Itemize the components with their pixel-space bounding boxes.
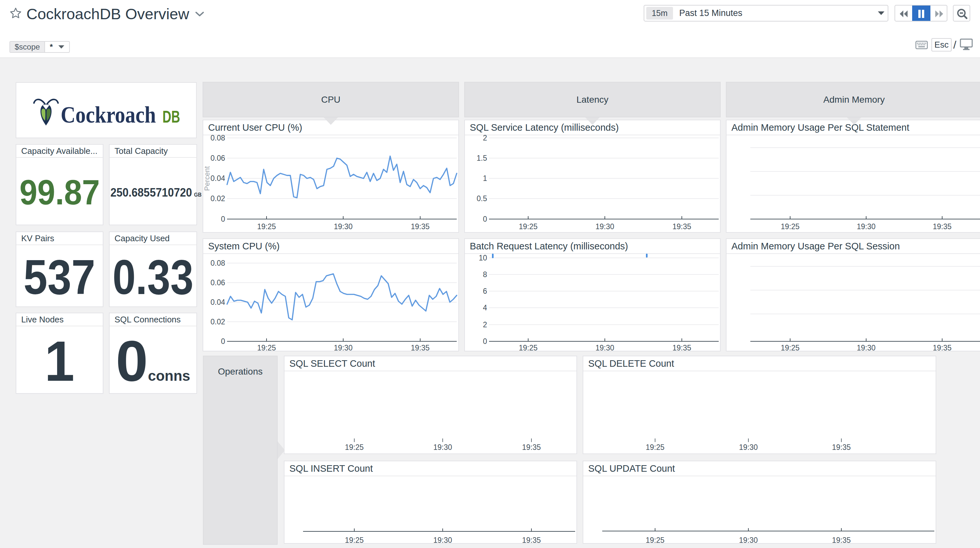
svg-text:0.5: 0.5 [477,194,487,203]
svg-text:19:25: 19:25 [519,222,538,231]
svg-text:0: 0 [483,337,487,346]
svg-text:19:30: 19:30 [595,222,614,231]
svg-text:19:30: 19:30 [334,344,353,352]
svg-text:19:30: 19:30 [334,222,353,231]
svg-text:19:35: 19:35 [672,344,691,352]
svg-text:10: 10 [479,254,487,262]
svg-text:1: 1 [483,174,487,183]
svg-text:19:30: 19:30 [857,222,876,231]
svg-text:19:25: 19:25 [781,222,800,231]
svg-text:0.02: 0.02 [210,194,225,203]
svg-text:19:35: 19:35 [832,443,851,451]
svg-text:19:30: 19:30 [433,443,452,451]
svg-text:0.06: 0.06 [210,154,225,162]
svg-text:2: 2 [483,133,487,142]
svg-text:19:25: 19:25 [345,536,364,545]
svg-text:19:25: 19:25 [646,443,665,451]
svg-text:19:30: 19:30 [739,536,758,545]
svg-text:8: 8 [483,270,487,279]
svg-text:Cockroach: Cockroach [60,102,156,128]
svg-text:19:35: 19:35 [411,222,430,231]
svg-text:0.08: 0.08 [210,133,225,142]
svg-text:19:35: 19:35 [522,443,541,451]
svg-text:DB: DB [162,107,180,126]
svg-text:19:35: 19:35 [933,222,951,231]
svg-text:19:35: 19:35 [411,344,430,352]
svg-text:19:30: 19:30 [857,344,876,352]
svg-text:0: 0 [483,215,487,223]
svg-text:4: 4 [483,303,487,312]
svg-text:19:25: 19:25 [345,443,364,451]
svg-text:1.5: 1.5 [477,154,487,162]
svg-text:19:25: 19:25 [257,344,276,352]
svg-text:19:30: 19:30 [595,344,614,352]
svg-text:19:25: 19:25 [781,344,800,352]
svg-text:19:25: 19:25 [646,536,665,545]
svg-text:6: 6 [483,287,487,295]
svg-text:0: 0 [221,215,225,223]
svg-text:19:35: 19:35 [832,536,851,545]
svg-text:19:35: 19:35 [933,344,951,352]
svg-text:19:35: 19:35 [672,222,691,231]
svg-text:19:30: 19:30 [433,536,452,545]
svg-text:0.04: 0.04 [210,298,225,307]
svg-text:19:35: 19:35 [522,536,541,545]
svg-text:0.02: 0.02 [210,318,225,326]
svg-text:0: 0 [221,337,225,346]
svg-text:0.04: 0.04 [210,174,225,183]
svg-text:0.06: 0.06 [210,278,225,287]
svg-text:Percent: Percent [203,166,211,191]
svg-text:19:25: 19:25 [519,344,538,352]
svg-text:19:30: 19:30 [739,443,758,451]
svg-text:0.08: 0.08 [210,259,225,267]
svg-text:19:25: 19:25 [257,222,276,231]
svg-text:2: 2 [483,321,487,329]
